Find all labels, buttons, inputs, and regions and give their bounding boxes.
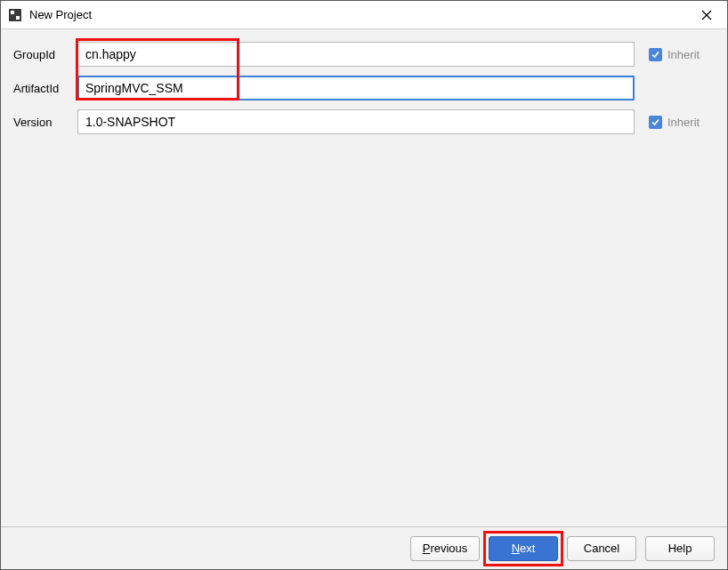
close-button[interactable] — [686, 1, 727, 29]
version-inherit-cell: Inherit — [635, 116, 715, 129]
version-inherit-checkbox[interactable] — [649, 116, 662, 129]
dialog-content: GroupId Inherit ArtifactId Version Inher… — [1, 29, 727, 526]
svg-rect-1 — [11, 11, 14, 14]
next-button[interactable]: Next — [489, 536, 558, 561]
dialog-footer: Previous Next Cancel Help — [1, 526, 727, 569]
groupid-input[interactable] — [77, 42, 635, 67]
version-input[interactable] — [77, 109, 635, 134]
new-project-dialog: New Project GroupId Inherit ArtifactId — [0, 0, 728, 570]
artifactid-input[interactable] — [77, 76, 635, 100]
groupid-inherit-checkbox[interactable] — [649, 48, 662, 61]
help-button[interactable]: Help — [645, 536, 715, 561]
next-button-rest: ext — [520, 542, 535, 555]
app-icon — [8, 8, 22, 22]
titlebar: New Project — [1, 1, 727, 29]
previous-button[interactable]: Previous — [410, 536, 480, 561]
artifactid-label: ArtifactId — [13, 82, 77, 95]
svg-rect-2 — [16, 16, 20, 20]
previous-button-rest: revious — [430, 542, 467, 555]
groupid-inherit-label: Inherit — [667, 48, 700, 61]
window-title: New Project — [29, 8, 686, 21]
groupid-inherit-cell: Inherit — [635, 48, 715, 61]
version-inherit-label: Inherit — [667, 116, 700, 129]
cancel-button[interactable]: Cancel — [567, 536, 636, 561]
version-label: Version — [13, 116, 77, 129]
artifactid-row: ArtifactId — [13, 76, 715, 100]
version-row: Version Inherit — [13, 109, 715, 134]
groupid-label: GroupId — [13, 48, 77, 61]
groupid-row: GroupId Inherit — [13, 42, 715, 67]
